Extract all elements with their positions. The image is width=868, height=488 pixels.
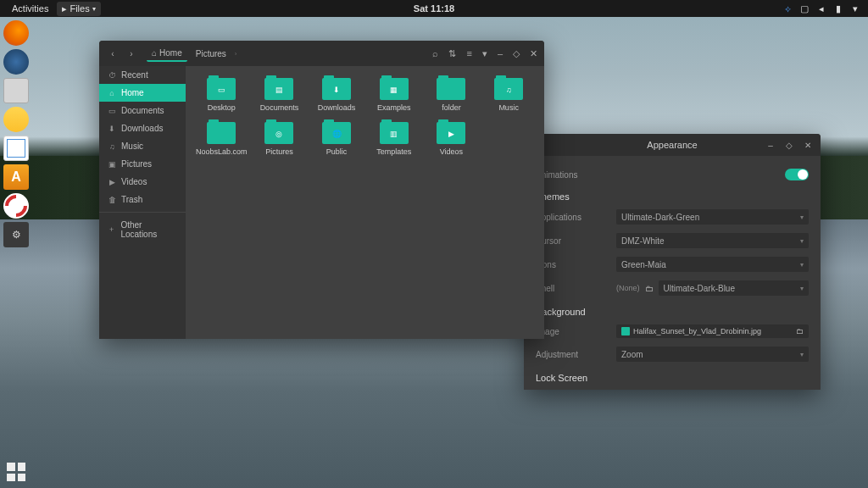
applications-value: Ultimate-Dark-Green [621,213,699,222]
ap-close-button[interactable]: ✕ [802,139,814,151]
chevron-down-icon: ▾ [800,214,804,221]
sidebar-item-recent[interactable]: ⏱Recent [99,66,186,84]
path-home[interactable]: ⌂Home [147,46,187,62]
folder-label: Pictures [265,147,293,156]
folder-desktop[interactable]: ▭Desktop [194,76,249,114]
sidebar-item-other-locations[interactable]: +Other Locations [99,216,186,243]
bg-adjust-combo[interactable]: Zoom▾ [616,347,809,362]
folder-icon: ⬇ [322,78,351,100]
folder-label: Downloads [318,103,356,112]
folder-examples[interactable]: ▦Examples [367,76,421,114]
view-controls-button[interactable]: ⇅ [448,48,456,59]
folder-icon: ◎ [264,122,293,144]
dock: A ⚙ [3,20,32,247]
sidebar-label: Recent [121,70,148,80]
folder-label: Music [498,103,519,112]
folder-noobslab-com[interactable]: NoobsLab.com [194,120,249,158]
folder-public[interactable]: 🌐Public [309,120,364,158]
chevron-down-icon: ▾ [800,285,804,292]
nav-forward-button[interactable]: › [125,47,138,60]
dock-tweaks[interactable]: ⚙ [3,222,29,247]
folder-pictures[interactable]: ◎Pictures [253,120,307,158]
folder-label: Videos [440,147,463,156]
folder-open-icon[interactable]: 🗀 [645,284,654,293]
sidebar-label: Downloads [121,124,163,133]
network-icon[interactable]: ▢ [798,3,810,14]
sidebar-icon: ▭ [108,107,116,115]
sidebar-icon: + [108,225,115,234]
dock-files[interactable] [3,78,29,103]
ap-title: Appearance [647,140,697,150]
chevron-down-icon: ▾ [92,5,96,13]
folder-templates[interactable]: ▥Templates [367,120,421,158]
folder-music[interactable]: ♫Music [481,76,536,114]
bluetooth-icon[interactable]: ⟡ [782,3,793,14]
clock[interactable]: Sat 11:18 [414,3,454,14]
sidebar-item-pictures[interactable]: ▣Pictures [99,155,186,173]
sidebar-item-trash[interactable]: 🗑Trash [99,191,186,208]
window-minimize-button[interactable]: – [498,48,503,59]
file-manager-window: ‹ › ⌂Home Pictures › ⌕ ⇅ ≡ ▾ – ◇ ✕ ⏱Rece… [99,41,544,339]
sidebar-item-music[interactable]: ♫Music [99,137,186,155]
window-close-button[interactable]: ✕ [530,48,537,59]
appearance-window: Appearance – ◇ ✕ Animations Themes Appli… [524,134,821,390]
folder-label: folder [442,103,461,112]
app-menu-label: Files [70,3,89,14]
themes-section-label: Themes [536,191,809,202]
dock-thunderbird[interactable] [3,49,29,75]
volume-icon[interactable]: ◂ [815,3,827,14]
folder-icon: ▦ [380,78,409,100]
sidebar-item-downloads[interactable]: ⬇Downloads [99,119,186,137]
sidebar-label: Documents [121,106,164,115]
dock-help[interactable] [3,193,29,219]
sidebar-icon: ⬇ [108,125,116,133]
animations-label: Animations [536,170,616,180]
app-menu-files[interactable]: ▸ Files ▾ [57,2,100,16]
sidebar-item-videos[interactable]: ▶Videos [99,173,186,191]
shell-value: Ultimate-Dark-Blue [664,284,735,293]
icons-combo[interactable]: Green-Maia▾ [616,257,809,272]
ap-maximize-button[interactable]: ◇ [783,139,795,151]
power-icon[interactable]: ▾ [849,3,861,14]
fm-main-view[interactable]: ▭Desktop▤Documents⬇Downloads▦Examplesfol… [186,66,544,339]
activities-button[interactable]: Activities [7,2,53,15]
cursor-label: Cursor [536,236,616,246]
folder-downloads[interactable]: ⬇Downloads [309,76,364,114]
shell-label: Shell [536,284,616,293]
applications-combo[interactable]: Ultimate-Dark-Green▾ [616,209,809,225]
nav-back-button[interactable]: ‹ [106,47,120,60]
animations-toggle[interactable] [785,169,809,180]
path-pictures[interactable]: Pictures [191,47,231,61]
dock-rhythmbox[interactable] [3,107,29,132]
sidebar-label: Videos [121,177,147,186]
bg-image-picker[interactable]: Halifax_Sunset_by_Vlad_Drobinin.jpg🗀 [616,324,809,338]
ap-minimize-button[interactable]: – [765,139,776,151]
folder-videos[interactable]: ▶Videos [425,120,479,158]
files-icon: ▸ [62,3,67,14]
sidebar-item-home[interactable]: ⌂Home [99,84,186,102]
show-applications[interactable] [7,463,25,481]
folder-icon: ▤ [264,78,293,100]
folder-label: Templates [376,147,411,156]
shell-combo[interactable]: Ultimate-Dark-Blue▾ [659,280,809,296]
sidebar-item-documents[interactable]: ▭Documents [99,102,186,119]
dock-firefox[interactable] [3,20,29,46]
view-menu-button[interactable]: ▾ [482,48,487,59]
window-maximize-button[interactable]: ◇ [513,48,520,59]
view-list-button[interactable]: ≡ [466,48,471,59]
sidebar-label: Trash [121,195,142,204]
folder-label: Documents [260,103,299,112]
search-button[interactable]: ⌕ [432,48,438,59]
folder-label: Desktop [208,103,236,112]
image-thumb-icon [621,327,630,336]
dock-libreoffice-writer[interactable] [3,136,29,161]
dock-software[interactable]: A [3,164,29,190]
folder-folder[interactable]: folder [425,76,479,114]
folder-icon [207,122,236,144]
folder-documents[interactable]: ▤Documents [253,76,307,114]
folder-open-icon: 🗀 [796,327,804,336]
battery-icon[interactable]: ▮ [832,3,844,14]
sidebar-icon: ⏱ [108,71,116,80]
cursor-combo[interactable]: DMZ-White▾ [616,233,809,248]
folder-icon: ▥ [380,122,409,144]
